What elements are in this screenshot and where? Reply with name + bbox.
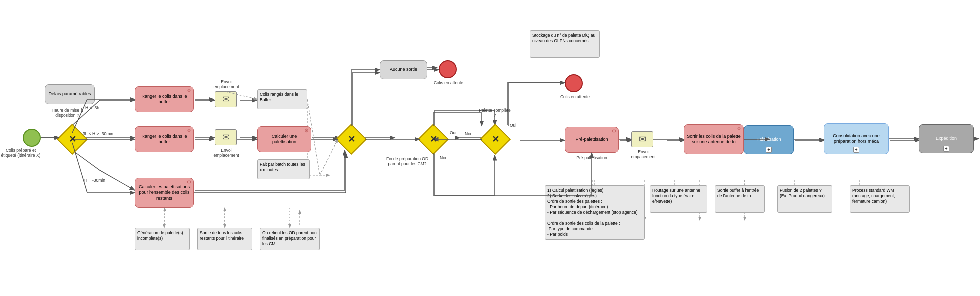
label-envoi-empacement: Envoi empacement <box>626 149 661 159</box>
node-expedition: + Expédition <box>919 124 974 153</box>
label-palette-complete: Palette complète ? <box>478 108 512 118</box>
node-stockage-palette: Stockage du n° de palette DiQ au niveau … <box>530 30 600 58</box>
note-generation-palette: Génération de palette(s) incomplète(s) <box>135 228 190 250</box>
note-routage: Routage sur une antenne fonction du type… <box>650 185 708 213</box>
label-pre-pal-below: Pré-palettisation <box>565 155 619 160</box>
label-oui-finprep: Oui <box>450 130 456 135</box>
note-calcul: 1) Calcul palettisation (règles) 2) Sort… <box>545 185 645 240</box>
note-process-standard: Process standard WM (ancrage, chargement… <box>850 185 910 213</box>
note-sortie-buffer: Sortie buffer à l'entrée de l'antenne de… <box>715 185 765 213</box>
node-palettisation: + Palettisation <box>744 125 794 154</box>
node-aucune-sortie: Aucune sortie <box>380 60 428 79</box>
label-non-palette: Non <box>465 131 473 136</box>
label-envoi1: Envoi emplacement <box>209 79 244 89</box>
node-consolidation: + Consolidation avec une préparation hor… <box>824 123 889 154</box>
node-ranger-buffer2: ⚙ Ranger le colis dans le buffer <box>135 126 194 152</box>
label-h-moins-30: H = -30min <box>78 178 112 183</box>
node-fait-batch: Fait par batch toutes les x minutes <box>258 159 310 179</box>
node-calculer-palette: ⚙ Calculer une palettisation <box>258 126 312 152</box>
label-marchandise-expediee: Marchandise expédiée <box>975 150 980 160</box>
node-colis-attente2 <box>565 74 583 92</box>
label-colis-attente2: Colis en attente <box>556 94 594 99</box>
note-on-retient-od: On retient les OD parent non finalisés e… <box>260 228 320 250</box>
label-oui-palette: Oui <box>510 123 516 128</box>
start-event <box>23 129 41 147</box>
node-ranger-buffer1: ⚙ Ranger le colis dans le buffer <box>135 86 194 112</box>
label-h-moins-3h: H < -3h <box>78 105 108 110</box>
gateway-fin-prep: ✕ <box>420 126 447 153</box>
gateway-1: ✕ <box>59 126 86 153</box>
label-fin-prep: Fin de préparation OD parent pour les CM… <box>380 156 435 166</box>
diagram-container: Colis préparé et étiqueté (itinéraire X)… <box>0 0 980 296</box>
label-non-finprep: Non <box>440 155 448 160</box>
label-colis-attente1: Colis en attente <box>430 80 468 85</box>
node-sortir-colis: ⚙ Sortir les colis de la palette sur une… <box>684 124 744 154</box>
envelope-empacement <box>632 131 654 147</box>
start-label: Colis préparé et étiqueté (itinéraire X) <box>1 148 41 158</box>
node-calculer-ensemble: ⚙ Calculer les palettisations pour l'ens… <box>135 178 194 208</box>
envelope-1 <box>215 91 237 107</box>
note-sortie-tous-colis: Sortie de tous les colis restants pour l… <box>198 228 252 250</box>
envelope-2 <box>215 129 237 145</box>
gateway-palette: ✕ <box>482 126 509 153</box>
node-delais: Délais paramétrables <box>45 84 95 104</box>
note-fusion: Fusion de 2 palettes ? (Ex. Produit dang… <box>778 185 832 213</box>
node-colis-ranges: Colis rangés dans le Buffer <box>258 89 308 109</box>
label-h-entre: -3h < H > -30min <box>78 131 118 136</box>
label-envoi2: Envoi emplacement <box>209 148 244 158</box>
gateway-2: ✕ <box>338 126 365 153</box>
node-pre-palettisation: ⚙ Pré-palettisation <box>565 127 619 153</box>
